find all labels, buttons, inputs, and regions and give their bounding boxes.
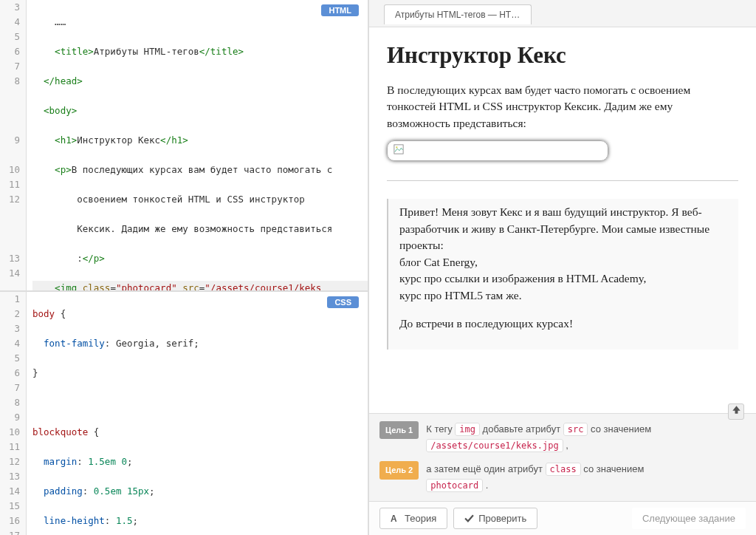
goal-1: Цель 1 К тегу img добавьте атрибут src с… <box>379 421 746 454</box>
preview-hr <box>387 180 738 181</box>
check-button[interactable]: Проверить <box>453 508 537 529</box>
html-editor-panel: HTML 345678 9 101112 1314 1516171819 …… … <box>0 0 368 292</box>
check-icon <box>464 514 474 523</box>
html-badge: HTML <box>321 4 359 16</box>
photocard-image <box>387 140 608 161</box>
editor-pane: HTML 345678 9 101112 1314 1516171819 …… … <box>0 0 369 535</box>
css-editor-panel: CSS 1234567891011121314151617181920 body… <box>0 292 368 535</box>
font-icon: A <box>391 514 400 523</box>
preview-intro: В последующих курсах вам будет часто пом… <box>387 82 738 132</box>
svg-text:A: A <box>391 514 397 523</box>
goals-area: Цель 1 К тегу img добавьте атрибут src с… <box>369 413 756 501</box>
css-gutter: 1234567891011121314151617181920 <box>0 292 27 535</box>
goal-2-text: а затем ещё один атрибут class со значен… <box>426 461 644 494</box>
preview-blockquote: Привет! Меня зовут Кекс и я ваш будущий … <box>387 199 738 350</box>
css-code[interactable]: body { font-family: Georgia, serif; } bl… <box>27 292 368 535</box>
button-bar: A Теория Проверить Следующее задание <box>369 501 756 535</box>
preview-tab-bar: Атрибуты HTML-тегов — HTML Ак <box>369 0 756 27</box>
css-editor[interactable]: 1234567891011121314151617181920 body { f… <box>0 292 368 535</box>
preview-tab[interactable]: Атрибуты HTML-тегов — HTML Ак <box>384 4 532 24</box>
quote-paragraph-2: До встречи в последующих курсах! <box>399 316 727 332</box>
svg-point-1 <box>396 147 397 149</box>
goal-1-text: К тегу img добавьте атрибут src со значе… <box>426 421 651 454</box>
arrow-up-icon <box>732 405 741 415</box>
preview-pane: Атрибуты HTML-тегов — HTML Ак Инструктор… <box>369 0 756 535</box>
css-badge: CSS <box>327 296 359 308</box>
next-task-button[interactable]: Следующее задание <box>632 508 746 529</box>
goal-2-badge: Цель 2 <box>379 461 419 480</box>
quote-paragraph-1: Привет! Меня зовут Кекс и я ваш будущий … <box>399 204 727 304</box>
html-code[interactable]: …… <title>Атрибуты HTML-тегов</title> </… <box>27 0 368 290</box>
html-gutter: 345678 9 101112 1314 1516171819 <box>0 0 27 290</box>
goal-2: Цель 2 а затем ещё один атрибут class со… <box>379 461 746 494</box>
preview-heading: Инструктор Кекс <box>387 42 738 69</box>
scroll-up-button[interactable] <box>728 403 744 420</box>
goal-1-badge: Цель 1 <box>379 421 419 440</box>
preview-body: Инструктор Кекс В последующих курсах вам… <box>369 27 756 413</box>
theory-button[interactable]: A Теория <box>379 508 447 529</box>
html-editor[interactable]: 345678 9 101112 1314 1516171819 …… <titl… <box>0 0 368 290</box>
broken-image-icon <box>394 144 404 154</box>
